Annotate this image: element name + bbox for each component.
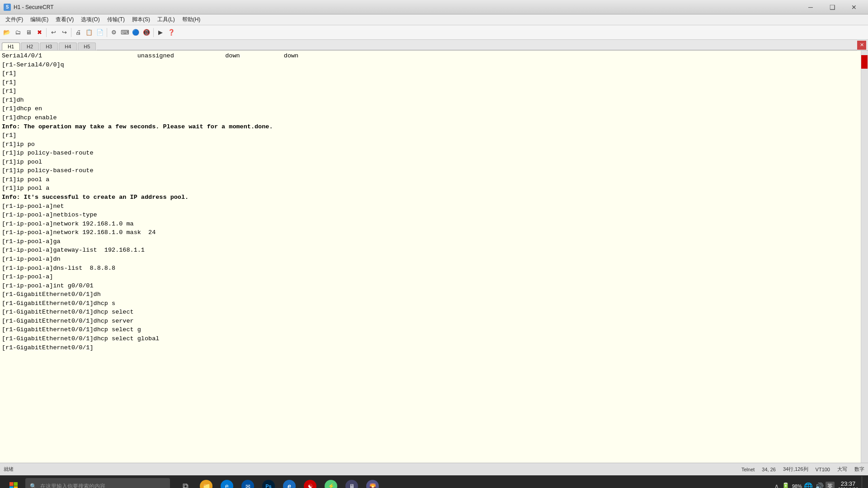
terminal-output[interactable]: Serial4/0/1 unassigned down down [r1-Ser… xyxy=(0,51,861,463)
app-icon: S xyxy=(4,4,11,11)
edge-icon: e xyxy=(221,480,233,488)
windows-logo-icon xyxy=(9,482,18,488)
status-protocol: Telnet xyxy=(741,467,755,472)
status-bar: 就绪 Telnet 34, 26 34行,126列 VT100 大写 数字 xyxy=(0,463,868,475)
status-ready: 就绪 xyxy=(4,466,741,473)
tb-keymap[interactable]: ⌨ xyxy=(120,28,130,38)
app7-icon: ⚡ xyxy=(325,480,337,488)
tb-connect[interactable]: 🔵 xyxy=(131,28,141,38)
battery-level: 98% xyxy=(792,483,802,488)
tb-sep4 xyxy=(153,28,154,37)
tb-close[interactable]: ✖ xyxy=(34,28,44,38)
tb-paste[interactable]: 📄 xyxy=(95,28,105,38)
tab-h5[interactable]: H5 xyxy=(78,42,96,50)
search-icon: 🔍 xyxy=(30,483,37,488)
terminal-container: Serial4/0/1 unassigned down down [r1-Ser… xyxy=(0,51,868,463)
tb-sep2 xyxy=(71,28,71,37)
language-indicator[interactable]: 英 xyxy=(826,482,835,488)
tb-new[interactable]: 📂 xyxy=(2,28,12,38)
menu-options[interactable]: 选项(O) xyxy=(77,15,103,24)
maximize-button[interactable]: ❑ xyxy=(822,0,843,14)
menu-view[interactable]: 查看(V) xyxy=(52,15,77,24)
status-info: Telnet 34, 26 34行,126列 VT100 大写 数字 xyxy=(741,466,864,473)
tab-close-all[interactable]: ✕ xyxy=(857,41,866,50)
tray-arrow[interactable]: ∧ xyxy=(774,482,779,488)
status-position: 34, 26 xyxy=(762,467,776,472)
photoshop-icon: Ps xyxy=(262,480,275,488)
tab-h3[interactable]: H3 xyxy=(40,42,58,50)
app7-button[interactable]: ⚡ xyxy=(321,476,341,488)
ie-icon: e xyxy=(283,480,296,488)
tab-h1[interactable]: H1 xyxy=(2,42,20,50)
session-tabs: H1 H2 H3 H4 H5 ✕ xyxy=(0,40,868,51)
menu-transfer[interactable]: 传输(T) xyxy=(104,15,128,24)
system-clock[interactable]: 23:37 2021/1/26 xyxy=(835,480,862,488)
window-controls: ─ ❑ ✕ xyxy=(800,0,864,14)
network-icon[interactable]: 🌐 xyxy=(804,482,813,488)
svg-rect-0 xyxy=(9,482,14,486)
file-explorer-button[interactable]: 📁 xyxy=(196,476,216,488)
taskbar: 🔍 在这里输入你要搜索的内容 ⧉ 📁 e ✉ Ps xyxy=(0,475,868,488)
task-view-button[interactable]: ⧉ xyxy=(175,476,195,488)
status-terminal: VT100 xyxy=(816,467,830,472)
menu-file[interactable]: 文件(F) xyxy=(2,15,27,24)
mail-icon: ✉ xyxy=(241,480,254,488)
status-rowcol: 34行,126列 xyxy=(783,466,808,473)
volume-icon[interactable]: 🔊 xyxy=(815,482,824,488)
search-placeholder: 在这里输入你要搜索的内容 xyxy=(40,483,105,488)
close-button[interactable]: ✕ xyxy=(844,0,864,14)
photoshop-button[interactable]: Ps xyxy=(259,476,278,488)
scrollbar-thumb[interactable] xyxy=(861,55,868,69)
app6-button[interactable]: ☯ xyxy=(300,476,320,488)
tb-redo[interactable]: ↪ xyxy=(59,28,69,38)
svg-rect-3 xyxy=(14,487,18,488)
app6-icon: ☯ xyxy=(304,480,316,488)
taskbar-quick-launch: ⧉ 📁 e ✉ Ps e xyxy=(175,476,382,488)
tb-open[interactable]: 🗂 xyxy=(13,28,23,38)
menu-tools[interactable]: 工具(L) xyxy=(154,15,179,24)
taskbar-search[interactable]: 🔍 在这里输入你要搜索的内容 xyxy=(25,478,170,488)
tab-h2[interactable]: H2 xyxy=(21,42,39,50)
mail-button[interactable]: ✉ xyxy=(238,476,258,488)
task-view-icon: ⧉ xyxy=(183,482,189,488)
vertical-scrollbar[interactable] xyxy=(861,51,868,463)
app8-button[interactable]: 🖥 xyxy=(342,476,362,488)
tb-help[interactable]: ❓ xyxy=(166,28,176,38)
svg-rect-2 xyxy=(9,487,14,488)
window-title: H1 - SecureCRT xyxy=(14,4,800,10)
menu-edit[interactable]: 编辑(E) xyxy=(27,15,52,24)
tb-undo[interactable]: ↩ xyxy=(48,28,58,38)
battery-icon[interactable]: 🔋 xyxy=(781,482,790,488)
app9-button[interactable]: 🌄 xyxy=(363,476,382,488)
system-tray: ∧ 🔋 98% 🌐 🔊 英 xyxy=(774,482,835,488)
app9-icon: 🌄 xyxy=(366,480,379,488)
status-size: 大写 xyxy=(837,466,847,473)
ie-button[interactable]: e xyxy=(279,476,299,488)
title-bar: S H1 - SecureCRT ─ ❑ ✕ xyxy=(0,0,868,14)
tb-copy[interactable]: 📋 xyxy=(84,28,94,38)
tb-print[interactable]: 🖨 xyxy=(73,28,83,38)
tb-disconnect[interactable]: 📵 xyxy=(142,28,151,38)
show-desktop-button[interactable] xyxy=(862,476,864,488)
menu-script[interactable]: 脚本(S) xyxy=(128,15,154,24)
minimize-button[interactable]: ─ xyxy=(800,0,821,14)
status-input-mode: 数字 xyxy=(854,466,864,473)
svg-rect-1 xyxy=(14,482,18,486)
app8-icon: 🖥 xyxy=(345,480,358,488)
tab-h4[interactable]: H4 xyxy=(59,42,77,50)
tb-run[interactable]: ▶ xyxy=(156,28,165,38)
tb-sep3 xyxy=(107,28,107,37)
tb-settings[interactable]: ⚙ xyxy=(109,28,119,38)
file-explorer-icon: 📁 xyxy=(200,480,212,488)
menu-bar: 文件(F) 编辑(E) 查看(V) 选项(O) 传输(T) 脚本(S) 工具(L… xyxy=(0,14,868,25)
toolbar: 📂 🗂 🖥 ✖ ↩ ↪ 🖨 📋 📄 ⚙ ⌨ 🔵 📵 ▶ ❓ xyxy=(0,25,868,40)
clock-time: 23:37 xyxy=(835,480,862,487)
edge-button[interactable]: e xyxy=(217,476,237,488)
tb-sep1 xyxy=(46,28,47,37)
tb-clone[interactable]: 🖥 xyxy=(24,28,33,38)
menu-help[interactable]: 帮助(H) xyxy=(179,15,204,24)
start-button[interactable] xyxy=(4,476,24,488)
